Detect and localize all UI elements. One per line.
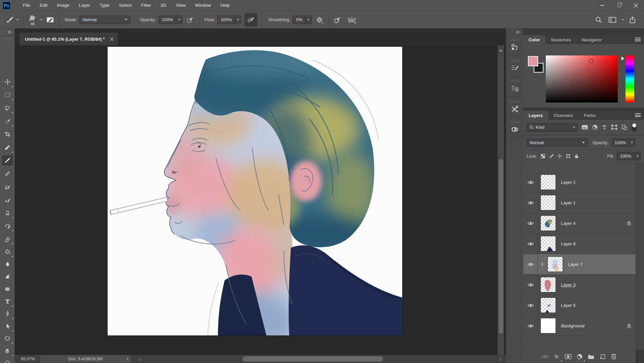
options-grip[interactable] <box>1 14 3 26</box>
lasso-tool[interactable] <box>1 102 13 114</box>
fill-chevron[interactable] <box>634 152 640 160</box>
menu-3d[interactable]: 3D <box>156 0 171 11</box>
menu-filter[interactable]: Filter <box>136 0 156 11</box>
add-layer-mask-button[interactable] <box>562 352 574 362</box>
color-replacement-tool[interactable] <box>1 181 13 192</box>
history-panel-button[interactable] <box>506 35 523 56</box>
close-tab-button[interactable] <box>110 37 114 41</box>
flow-chevron[interactable] <box>235 16 241 24</box>
vertical-scrollbar[interactable] <box>497 45 504 355</box>
filter-image-button[interactable] <box>581 124 588 130</box>
smoothing-chevron[interactable] <box>305 16 311 24</box>
menu-edit[interactable]: Edit <box>35 0 52 11</box>
lock-transparency-button[interactable] <box>540 154 545 159</box>
layer-thumbnail[interactable] <box>540 195 556 210</box>
layer-row-background[interactable]: Background <box>523 316 636 336</box>
quick-selection-tool[interactable] <box>1 115 13 127</box>
hue-ramp[interactable] <box>626 55 634 103</box>
layer-row-layer5[interactable]: Layer 5 <box>523 295 636 316</box>
menu-file[interactable]: File <box>18 0 35 11</box>
layer-visibility-toggle[interactable] <box>523 275 538 295</box>
vertical-scroll-thumb[interactable] <box>499 159 503 334</box>
eraser-tool[interactable] <box>1 233 13 245</box>
foreground-color-swatch[interactable] <box>528 56 538 66</box>
filter-smart-object-button[interactable] <box>621 124 627 130</box>
layer-thumbnail[interactable] <box>547 256 563 272</box>
history-brush-tool[interactable] <box>1 220 13 232</box>
menu-view[interactable]: View <box>171 0 190 11</box>
close-button[interactable] <box>627 0 644 11</box>
menu-type[interactable]: Type <box>95 0 114 11</box>
clone-stamp-tool[interactable] <box>1 207 13 218</box>
color-cursor[interactable] <box>589 59 593 63</box>
blend-mode-select[interactable]: Normal <box>79 15 130 24</box>
smoothing-options-button[interactable] <box>316 16 323 24</box>
sponge-tool[interactable] <box>1 283 13 294</box>
layer-opacity-input[interactable]: 100% <box>611 138 635 147</box>
smudge-tool[interactable] <box>1 271 13 282</box>
tab-navigator[interactable]: Navigator <box>576 35 607 44</box>
search-button[interactable] <box>595 16 602 24</box>
pressure-opacity-button[interactable] <box>186 16 194 23</box>
opacity-input[interactable]: 100% <box>158 15 182 24</box>
horizontal-scrollbar[interactable] <box>142 355 496 363</box>
panel-menu-icon[interactable] <box>635 113 641 117</box>
opacity-chevron[interactable] <box>176 16 182 24</box>
lock-all-button[interactable] <box>574 154 579 159</box>
menu-image[interactable]: Image <box>52 0 74 11</box>
flow-input[interactable]: 100% <box>217 15 241 24</box>
lock-artboard-button[interactable] <box>566 154 571 159</box>
brush-preset-chevron[interactable] <box>40 19 42 21</box>
layer-name[interactable]: Layer 3 <box>561 282 575 287</box>
filter-shape-button[interactable] <box>611 124 617 130</box>
layer-name[interactable]: Layer 4 <box>561 221 575 226</box>
filter-kind-select[interactable]: Kind <box>527 123 578 132</box>
new-adjustment-layer-button[interactable] <box>574 352 585 362</box>
layer-name[interactable]: Layer 7 <box>568 262 582 267</box>
pen-tool[interactable] <box>1 308 13 319</box>
collapse-panels-button[interactable] <box>506 29 523 35</box>
ellipse-tool[interactable] <box>1 332 13 344</box>
blur-tool[interactable] <box>1 258 13 270</box>
layer-row-layer2[interactable]: Layer 2 <box>523 172 636 193</box>
menu-help[interactable]: Help <box>216 0 234 11</box>
zoom-tool[interactable] <box>1 357 13 363</box>
tab-color[interactable]: Color <box>523 35 545 44</box>
share-button[interactable] <box>629 16 636 24</box>
document-info[interactable]: Doc: 5.41M/28.5M <box>40 355 130 363</box>
delete-layer-button[interactable] <box>608 352 619 362</box>
layer-thumbnail[interactable] <box>540 215 556 231</box>
filter-adjustment-button[interactable] <box>592 124 598 130</box>
layer-opacity-chevron[interactable] <box>629 139 635 147</box>
document-tab[interactable]: Untitled-1 @ 65.1% (Layer 7, RGB/8#) * <box>20 33 118 45</box>
layer-thumbnail[interactable] <box>540 277 556 292</box>
layer-row-layer7[interactable]: Layer 7 <box>523 254 636 275</box>
workspace-switcher-button[interactable] <box>608 16 616 23</box>
layer-visibility-toggle[interactable] <box>523 295 538 315</box>
new-layer-button[interactable] <box>597 352 608 362</box>
scroll-right-arrow[interactable] <box>498 357 502 361</box>
move-tool[interactable] <box>1 76 13 87</box>
restore-button[interactable] <box>610 0 627 11</box>
filter-toggle-switch[interactable] <box>632 123 637 132</box>
zoom-level[interactable]: 65.07% <box>21 357 40 361</box>
new-group-button[interactable] <box>585 352 597 362</box>
pencil-tool[interactable] <box>1 168 13 179</box>
paint-symmetry-button[interactable] <box>347 16 356 24</box>
menu-layer[interactable]: Layer <box>74 0 95 11</box>
brush-tool[interactable] <box>1 155 13 166</box>
layer-visibility-toggle[interactable] <box>523 234 538 254</box>
tab-layers[interactable]: Layers <box>523 111 548 120</box>
layer-visibility-toggle[interactable] <box>523 316 538 336</box>
layer-thumbnail[interactable] <box>540 318 556 333</box>
brush-settings-panel-button[interactable] <box>506 56 523 76</box>
toolbar-expand-button[interactable] <box>0 29 14 36</box>
panel-menu-icon[interactable] <box>635 38 641 42</box>
layer-blend-mode-select[interactable]: Normal <box>527 138 588 147</box>
tab-paths[interactable]: Paths <box>578 111 601 120</box>
layer-row-layer3[interactable]: Layer 3 <box>523 275 636 295</box>
tool-preset-chevron[interactable] <box>16 19 18 21</box>
horizontal-scroll-thumb[interactable] <box>242 356 383 362</box>
layer-name[interactable]: Layer 6 <box>561 241 575 246</box>
rectangular-marquee-tool[interactable] <box>1 89 13 100</box>
